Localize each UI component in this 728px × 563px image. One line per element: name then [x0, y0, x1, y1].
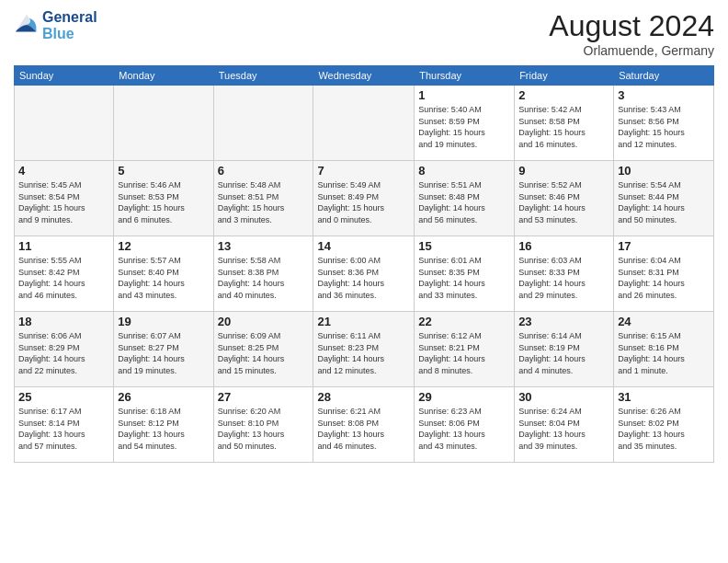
table-row: 4Sunrise: 5:45 AMSunset: 8:54 PMDaylight… [15, 161, 114, 236]
day-number: 30 [518, 390, 609, 404]
day-info: Sunrise: 6:01 AMSunset: 8:35 PMDaylight:… [418, 255, 510, 301]
table-row: 24Sunrise: 6:15 AMSunset: 8:16 PMDayligh… [614, 312, 714, 387]
table-row: 20Sunrise: 6:09 AMSunset: 8:25 PMDayligh… [213, 312, 313, 387]
col-tuesday: Tuesday [213, 66, 313, 86]
day-number: 22 [418, 315, 510, 328]
day-number: 20 [218, 315, 310, 328]
table-row: 5Sunrise: 5:46 AMSunset: 8:53 PMDaylight… [114, 161, 213, 236]
day-number: 28 [317, 390, 410, 404]
col-saturday: Saturday [614, 66, 714, 86]
day-number: 24 [618, 315, 710, 328]
day-number: 13 [218, 239, 310, 253]
logo-text-general: General [42, 9, 97, 26]
day-number: 7 [317, 164, 410, 178]
day-number: 15 [418, 239, 510, 253]
table-row [313, 86, 415, 161]
day-number: 16 [518, 239, 609, 253]
day-number: 17 [618, 239, 710, 253]
table-row: 6Sunrise: 5:48 AMSunset: 8:51 PMDaylight… [213, 161, 313, 236]
title-block: August 2024 Orlamuende, Germany [549, 9, 714, 58]
day-number: 23 [518, 315, 609, 328]
day-info: Sunrise: 6:15 AMSunset: 8:16 PMDaylight:… [618, 330, 710, 376]
day-info: Sunrise: 6:21 AMSunset: 8:08 PMDaylight:… [317, 406, 410, 452]
calendar-page: General Blue August 2024 Orlamuende, Ger… [0, 0, 728, 563]
page-header: General Blue August 2024 Orlamuende, Ger… [14, 9, 714, 58]
day-number: 9 [518, 164, 609, 178]
table-row: 13Sunrise: 5:58 AMSunset: 8:38 PMDayligh… [213, 236, 313, 312]
calendar-table: Sunday Monday Tuesday Wednesday Thursday… [14, 65, 714, 463]
day-number: 10 [618, 164, 710, 178]
table-row: 18Sunrise: 6:06 AMSunset: 8:29 PMDayligh… [15, 312, 114, 387]
day-number: 8 [418, 164, 510, 178]
day-number: 12 [118, 239, 209, 253]
day-number: 3 [618, 88, 710, 102]
table-row: 2Sunrise: 5:42 AMSunset: 8:58 PMDaylight… [515, 86, 614, 161]
table-row: 16Sunrise: 6:03 AMSunset: 8:33 PMDayligh… [515, 236, 614, 312]
table-row: 3Sunrise: 5:43 AMSunset: 8:56 PMDaylight… [614, 86, 714, 161]
day-info: Sunrise: 6:07 AMSunset: 8:27 PMDaylight:… [118, 330, 209, 376]
day-info: Sunrise: 5:57 AMSunset: 8:40 PMDaylight:… [118, 255, 209, 301]
day-number: 5 [118, 164, 209, 178]
day-info: Sunrise: 6:04 AMSunset: 8:31 PMDaylight:… [618, 255, 710, 301]
day-info: Sunrise: 5:49 AMSunset: 8:49 PMDaylight:… [317, 179, 410, 225]
day-info: Sunrise: 5:51 AMSunset: 8:48 PMDaylight:… [418, 179, 510, 225]
day-info: Sunrise: 5:55 AMSunset: 8:42 PMDaylight:… [18, 255, 109, 301]
table-row: 22Sunrise: 6:12 AMSunset: 8:21 PMDayligh… [415, 312, 515, 387]
logo: General Blue [14, 9, 97, 41]
day-info: Sunrise: 5:43 AMSunset: 8:56 PMDaylight:… [618, 104, 710, 150]
table-row: 30Sunrise: 6:24 AMSunset: 8:04 PMDayligh… [515, 387, 614, 463]
day-number: 4 [18, 164, 109, 178]
table-row: 12Sunrise: 5:57 AMSunset: 8:40 PMDayligh… [114, 236, 213, 312]
calendar-header-row: Sunday Monday Tuesday Wednesday Thursday… [15, 66, 714, 86]
table-row: 26Sunrise: 6:18 AMSunset: 8:12 PMDayligh… [114, 387, 213, 463]
day-number: 31 [618, 390, 710, 404]
col-monday: Monday [114, 66, 213, 86]
table-row [213, 86, 313, 161]
day-info: Sunrise: 5:58 AMSunset: 8:38 PMDaylight:… [218, 255, 310, 301]
table-row: 9Sunrise: 5:52 AMSunset: 8:46 PMDaylight… [515, 161, 614, 236]
table-row: 23Sunrise: 6:14 AMSunset: 8:19 PMDayligh… [515, 312, 614, 387]
day-info: Sunrise: 5:52 AMSunset: 8:46 PMDaylight:… [518, 179, 609, 225]
day-info: Sunrise: 6:20 AMSunset: 8:10 PMDaylight:… [218, 406, 310, 452]
day-number: 29 [418, 390, 510, 404]
table-row: 7Sunrise: 5:49 AMSunset: 8:49 PMDaylight… [313, 161, 415, 236]
day-info: Sunrise: 6:11 AMSunset: 8:23 PMDaylight:… [317, 330, 410, 376]
day-info: Sunrise: 6:14 AMSunset: 8:19 PMDaylight:… [518, 330, 609, 376]
table-row [114, 86, 213, 161]
logo-text-blue: Blue [42, 26, 97, 42]
day-info: Sunrise: 6:09 AMSunset: 8:25 PMDaylight:… [218, 330, 310, 376]
table-row: 31Sunrise: 6:26 AMSunset: 8:02 PMDayligh… [614, 387, 714, 463]
day-info: Sunrise: 5:46 AMSunset: 8:53 PMDaylight:… [118, 179, 209, 225]
table-row: 8Sunrise: 5:51 AMSunset: 8:48 PMDaylight… [415, 161, 515, 236]
day-info: Sunrise: 5:42 AMSunset: 8:58 PMDaylight:… [518, 104, 609, 150]
day-info: Sunrise: 6:18 AMSunset: 8:12 PMDaylight:… [118, 406, 209, 452]
table-row: 21Sunrise: 6:11 AMSunset: 8:23 PMDayligh… [313, 312, 415, 387]
table-row: 27Sunrise: 6:20 AMSunset: 8:10 PMDayligh… [213, 387, 313, 463]
table-row: 14Sunrise: 6:00 AMSunset: 8:36 PMDayligh… [313, 236, 415, 312]
col-wednesday: Wednesday [313, 66, 415, 86]
day-number: 27 [218, 390, 310, 404]
day-number: 14 [317, 239, 410, 253]
table-row [15, 86, 114, 161]
col-sunday: Sunday [15, 66, 114, 86]
table-row: 17Sunrise: 6:04 AMSunset: 8:31 PMDayligh… [614, 236, 714, 312]
day-info: Sunrise: 6:26 AMSunset: 8:02 PMDaylight:… [618, 406, 710, 452]
month-title: August 2024 [549, 9, 714, 43]
table-row: 10Sunrise: 5:54 AMSunset: 8:44 PMDayligh… [614, 161, 714, 236]
day-number: 26 [118, 390, 209, 404]
table-row: 28Sunrise: 6:21 AMSunset: 8:08 PMDayligh… [313, 387, 415, 463]
day-info: Sunrise: 6:00 AMSunset: 8:36 PMDaylight:… [317, 255, 410, 301]
day-info: Sunrise: 6:24 AMSunset: 8:04 PMDaylight:… [518, 406, 609, 452]
day-info: Sunrise: 6:17 AMSunset: 8:14 PMDaylight:… [18, 406, 109, 452]
table-row: 29Sunrise: 6:23 AMSunset: 8:06 PMDayligh… [415, 387, 515, 463]
day-info: Sunrise: 5:45 AMSunset: 8:54 PMDaylight:… [18, 179, 109, 225]
day-number: 11 [18, 239, 109, 253]
day-info: Sunrise: 5:48 AMSunset: 8:51 PMDaylight:… [218, 179, 310, 225]
col-friday: Friday [515, 66, 614, 86]
day-number: 6 [218, 164, 310, 178]
day-number: 21 [317, 315, 410, 328]
table-row: 25Sunrise: 6:17 AMSunset: 8:14 PMDayligh… [15, 387, 114, 463]
day-info: Sunrise: 5:54 AMSunset: 8:44 PMDaylight:… [618, 179, 710, 225]
table-row: 15Sunrise: 6:01 AMSunset: 8:35 PMDayligh… [415, 236, 515, 312]
day-number: 19 [118, 315, 209, 328]
